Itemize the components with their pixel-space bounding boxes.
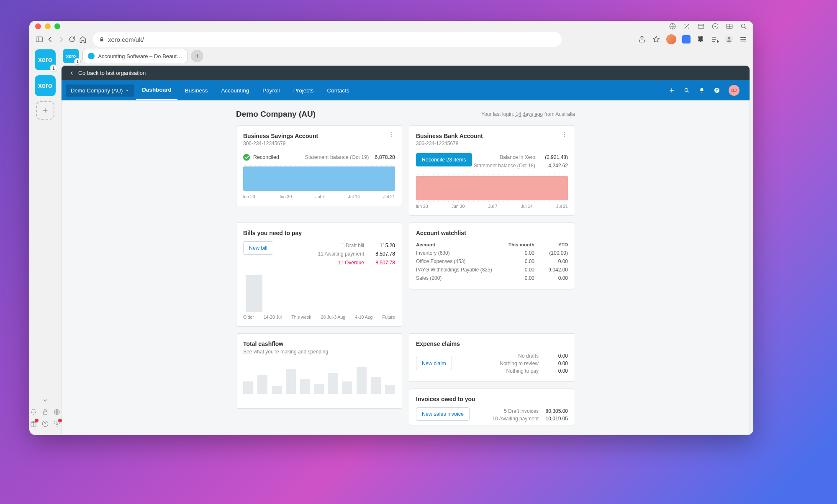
svg-text:?: ? — [716, 88, 718, 92]
browser-toolbar: xero.com/uk/ — [29, 32, 753, 47]
account-number: 306-234-12345679 — [243, 141, 318, 146]
bills-bars — [243, 274, 395, 312]
lock-icon — [99, 36, 105, 42]
user-avatar[interactable]: DJ — [729, 85, 739, 96]
gear-icon[interactable] — [53, 420, 61, 429]
reload-icon[interactable] — [68, 35, 76, 43]
bills-x-labels: Older14-20 JulThis week28 Jul-3 Aug4-10 … — [243, 315, 395, 320]
favicon-icon — [88, 53, 95, 59]
close-window[interactable] — [35, 23, 41, 29]
card-title[interactable]: Business Savings Account — [243, 133, 318, 139]
svg-rect-1 — [698, 24, 704, 29]
svg-point-7 — [741, 24, 745, 28]
svg-line-20 — [688, 91, 689, 92]
globe-outline-icon[interactable] — [53, 408, 61, 416]
browser-tab[interactable]: Accounting Software – Do Beaut… — [82, 49, 187, 63]
card-subtitle: See what you're making and spending — [243, 349, 395, 355]
share-icon[interactable] — [638, 35, 646, 43]
new-tab-button[interactable]: + — [191, 50, 203, 62]
cashflow-bars — [243, 361, 395, 394]
watchlist-row[interactable]: Inventory (630)0.00(100.00) — [416, 249, 568, 257]
chrome-side-rail: xero1 xero + — [29, 47, 61, 435]
nav-contacts[interactable]: Contacts — [321, 82, 355, 100]
nav-projects[interactable]: Projects — [288, 82, 320, 100]
home-icon[interactable] — [79, 35, 87, 43]
lock-outline-icon[interactable] — [41, 408, 49, 416]
gift-icon[interactable] — [30, 420, 37, 429]
watchlist-header: AccountThis monthYTD — [416, 242, 568, 249]
extension-blue-icon[interactable] — [682, 35, 691, 43]
arrow-left-icon — [69, 70, 75, 76]
minimize-window[interactable] — [45, 23, 51, 29]
puzzle-icon[interactable] — [696, 35, 705, 43]
plus-icon[interactable] — [668, 87, 675, 94]
card-title[interactable]: Expense claims — [416, 340, 568, 347]
xero-app: Go back to last organisation Demo Compan… — [61, 65, 750, 435]
rail-workspace-xero[interactable]: xero1 — [35, 49, 56, 70]
card-cashflow: Total cashflow See what you're making an… — [236, 333, 402, 409]
watchlist-row[interactable]: Office Expenses (453)0.000.00 — [416, 257, 568, 266]
svg-rect-14 — [44, 412, 47, 414]
bell-icon[interactable] — [698, 87, 705, 94]
zoom-window[interactable] — [54, 23, 60, 29]
user-icon[interactable] — [725, 35, 733, 43]
star-icon[interactable] — [652, 35, 660, 43]
chart-x-labels: lun 23Jun 30Jul 7Jul 14Jul 21 — [243, 194, 395, 199]
pinned-tab[interactable]: xero1 — [63, 49, 79, 63]
svg-point-18 — [56, 423, 58, 425]
login-time-link[interactable]: 14 days ago — [516, 111, 543, 117]
card-title[interactable]: Invoices owed to you — [416, 396, 568, 402]
org-switcher[interactable]: Demo Company (AU) — [66, 84, 134, 97]
search-icon[interactable] — [740, 23, 747, 30]
sidebar-icon[interactable] — [35, 35, 44, 43]
watchlist-row[interactable]: Sales (200)0.000.00 — [416, 274, 568, 282]
card-title[interactable]: Business Bank Account — [416, 133, 483, 139]
traffic-lights — [35, 23, 60, 29]
reconciled-label: Reconciled — [253, 154, 279, 160]
compass-icon[interactable] — [711, 23, 719, 30]
grid-icon[interactable] — [726, 23, 733, 30]
reconcile-button[interactable]: Reconcile 23 items — [416, 153, 472, 166]
svg-rect-9 — [36, 37, 43, 42]
svg-point-13 — [728, 37, 730, 40]
card-title[interactable]: Total cashflow — [243, 340, 395, 347]
address-bar[interactable]: xero.com/uk/ — [93, 32, 562, 47]
back-icon[interactable] — [46, 35, 54, 43]
help-circle-icon[interactable] — [41, 420, 49, 427]
org-back-bar[interactable]: Go back to last organisation — [62, 66, 750, 80]
bell-outline-icon[interactable] — [30, 408, 37, 416]
card-title[interactable]: Bills you need to pay — [243, 230, 395, 236]
card-title[interactable]: Account watchlist — [416, 230, 568, 236]
playlist-icon[interactable] — [711, 35, 719, 43]
menu-icon[interactable] — [739, 35, 747, 43]
card-menu-icon[interactable]: ⋮ — [388, 133, 395, 137]
nav-payroll[interactable]: Payroll — [257, 82, 285, 100]
svg-point-19 — [685, 88, 688, 91]
new-bill-button[interactable]: New bill — [243, 241, 273, 255]
rail-workspace-2[interactable]: xero — [35, 75, 56, 96]
profile-avatar-icon[interactable] — [666, 34, 676, 44]
tab-title: Accounting Software – Do Beaut… — [98, 53, 182, 59]
nav-dashboard[interactable]: Dashboard — [136, 81, 177, 100]
new-claim-button[interactable]: New claim — [416, 357, 452, 370]
rail-add-button[interactable]: + — [36, 101, 54, 120]
dashboard-body: Demo Company (AU) Your last login: 14 da… — [62, 100, 750, 435]
nav-accounting[interactable]: Accounting — [216, 82, 255, 100]
help-icon[interactable]: ? — [714, 87, 720, 94]
chevron-down-icon[interactable] — [41, 397, 49, 404]
new-invoice-button[interactable]: New sales invoice — [416, 407, 470, 421]
card-menu-icon[interactable]: ⋮ — [561, 133, 568, 137]
stmt-label: Statement balance (Oct 19) — [305, 154, 369, 160]
panel-icon[interactable] — [697, 23, 705, 30]
stmt-value: 6,878.28 — [375, 154, 395, 160]
last-login-info: Your last login: 14 days ago from Austra… — [481, 111, 575, 117]
search-icon[interactable] — [683, 87, 690, 94]
nav-business[interactable]: Business — [179, 82, 214, 100]
card-invoices: Invoices owed to you New sales invoice 5… — [409, 389, 575, 425]
page-title: Demo Company (AU) — [236, 110, 316, 119]
wand-icon[interactable] — [683, 23, 691, 30]
card-bills: Bills you need to pay New bill 1 Draft b… — [236, 223, 402, 327]
shield-icon[interactable] — [669, 23, 676, 30]
watchlist-row[interactable]: PAYG Withholdings Payable (825)0.009,042… — [416, 266, 568, 274]
svg-rect-11 — [100, 39, 103, 41]
